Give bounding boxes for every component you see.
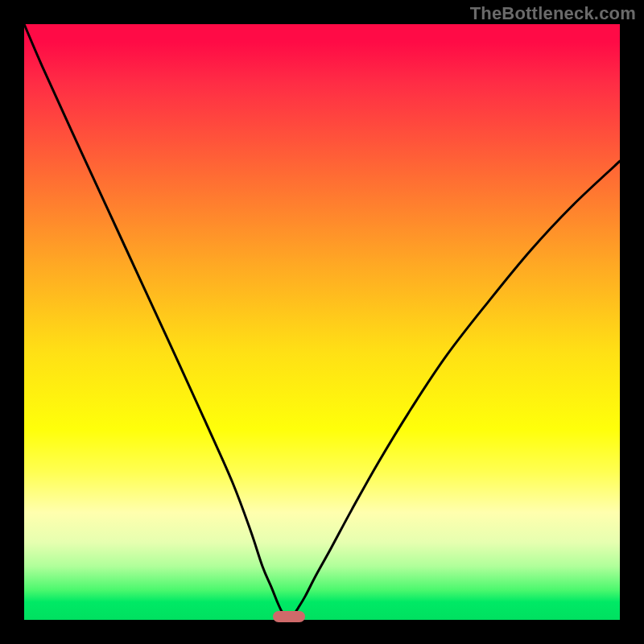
curve-left-branch [24, 24, 285, 615]
bottleneck-curve [24, 24, 620, 620]
chart-frame: TheBottleneck.com [0, 0, 644, 644]
curve-right-branch [293, 161, 620, 615]
watermark-text: TheBottleneck.com [470, 3, 636, 24]
chart-plot-area [24, 24, 620, 620]
bottleneck-marker [273, 611, 305, 622]
